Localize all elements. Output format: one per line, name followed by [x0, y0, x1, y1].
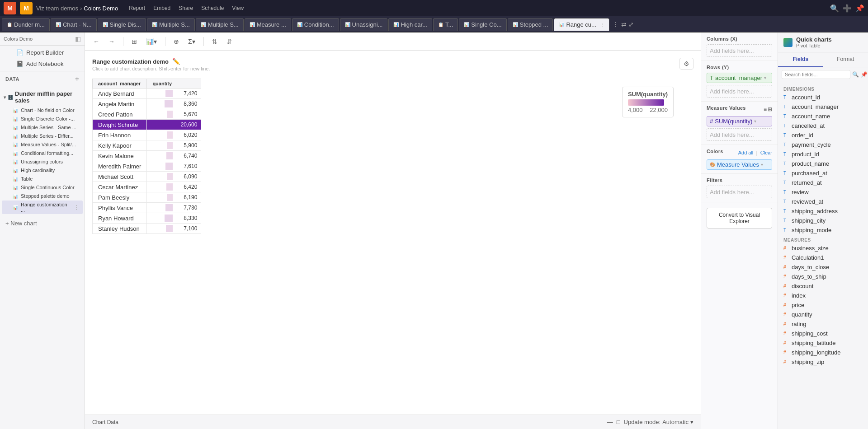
sidebar-item-7[interactable]: 📊High cardinality — [2, 166, 83, 174]
rows-field-chip[interactable]: T account_manager ▾ — [707, 73, 772, 83]
minimize-icon[interactable]: — — [607, 419, 613, 425]
tab-unassigni[interactable]: 📊Unassigni... — [340, 18, 388, 31]
main-logo[interactable]: M — [4, 2, 16, 14]
rows-drop-zone[interactable]: Add fields here... — [707, 85, 772, 98]
table-row[interactable]: Andy Bernard 7,420 — [93, 89, 201, 99]
dimension-product_id[interactable]: Tproduct_id — [778, 149, 868, 159]
plus-icon[interactable]: ➕ — [843, 4, 852, 13]
table-row[interactable]: Angela Martin 8,360 — [93, 99, 201, 109]
sidebar-item-8[interactable]: 📊Table — [2, 175, 83, 183]
table-row[interactable]: Oscar Martinez 6,420 — [93, 182, 201, 192]
tab-t[interactable]: 📋T... — [433, 18, 458, 31]
sidebar-item-9[interactable]: 📊Single Continuous Color — [2, 183, 83, 191]
table-row[interactable]: Ryan Howard 8,330 — [93, 213, 201, 224]
more-tabs-icon[interactable]: ⋮ — [612, 21, 618, 28]
measure-days_to_ship[interactable]: #days_to_ship — [778, 272, 868, 281]
back-button[interactable]: ← — [90, 37, 102, 46]
tab-measure[interactable]: 📊Measure ... — [245, 18, 291, 31]
tab-single-co[interactable]: 📊Single Co... — [459, 18, 506, 31]
table-row[interactable]: Michael Scott 6,090 — [93, 172, 201, 182]
measure-shipping_zip[interactable]: #shipping_zip — [778, 357, 868, 367]
measure-Calculation1[interactable]: #Calculation1 — [778, 253, 868, 262]
table-row[interactable]: Meredith Palmer 7,610 — [93, 161, 201, 172]
measure-values-drop-zone[interactable]: Add fields here... — [707, 128, 772, 141]
dimension-shipping_mode[interactable]: Tshipping_mode — [778, 225, 868, 235]
pin-icon[interactable]: 📌 — [855, 4, 864, 13]
tab-high-car[interactable]: 📊High car... — [388, 18, 432, 31]
sidebar-add-icon[interactable]: + — [75, 75, 79, 83]
sidebar-item-10[interactable]: 📊Stepped palette demo — [2, 192, 83, 200]
measure-values-grid-view[interactable]: ⊞ — [768, 106, 772, 112]
sort-asc-button[interactable]: ⇅ — [209, 37, 220, 46]
table-row[interactable]: Erin Hannon 6,020 — [93, 130, 201, 140]
expand-icon[interactable]: □ — [617, 419, 620, 425]
dimension-purchased_at[interactable]: Tpurchased_at — [778, 168, 868, 178]
dimension-product_name[interactable]: Tproduct_name — [778, 159, 868, 168]
chart-description[interactable]: Click to add chart description. Shift-en… — [92, 66, 693, 71]
measure-shipping_longitude[interactable]: #shipping_longitude — [778, 348, 868, 357]
dimension-returned_at[interactable]: Treturned_at — [778, 178, 868, 187]
fields-pin-icon[interactable]: 📌 — [861, 71, 868, 78]
update-mode-value[interactable]: Automatic — [662, 419, 689, 425]
nav-embed[interactable]: Embed — [150, 4, 174, 12]
app-logo[interactable]: M — [20, 2, 33, 14]
chart-settings-button[interactable]: ⚙ — [679, 58, 693, 70]
dimension-cancelled_at[interactable]: Tcancelled_at — [778, 121, 868, 131]
sidebar-group-header[interactable]: ▾ 🗄️ Dunder mifflin paper sales — [0, 89, 85, 106]
table-row[interactable]: Kelly Kapoor 5,900 — [93, 140, 201, 151]
dimension-order_id[interactable]: Torder_id — [778, 131, 868, 140]
sum-button[interactable]: Σ▾ — [185, 37, 198, 46]
nav-view[interactable]: View — [228, 4, 247, 12]
breadcrumb-item-1[interactable]: Viz team demos — [36, 5, 78, 12]
tab-format[interactable]: Format — [823, 52, 868, 67]
chart-title-edit-icon[interactable]: ✏️ — [172, 58, 180, 65]
sidebar-item-0[interactable]: 📊Chart - No field on Color — [2, 106, 83, 114]
dimension-account_id[interactable]: Taccount_id — [778, 93, 868, 102]
sidebar-item-more-11[interactable]: ⋮ — [74, 204, 79, 210]
sidebar-item-3[interactable]: 📊Multiple Series - Differ... — [2, 132, 83, 140]
tab-chart-n[interactable]: 📊Chart - N... — [51, 18, 97, 31]
measure-values-list-view[interactable]: ≡ — [764, 106, 767, 112]
table-row[interactable]: Stanley Hudson 7,100 — [93, 224, 201, 234]
sidebar-item-4[interactable]: 📊Measure Values - Split/... — [2, 140, 83, 149]
tab-condition[interactable]: 📊Condition... — [292, 18, 339, 31]
nav-schedule[interactable]: Schedule — [198, 4, 227, 12]
dimension-account_manager[interactable]: Taccount_manager — [778, 102, 868, 112]
rows-field-arrow[interactable]: ▾ — [764, 75, 766, 80]
table-row[interactable]: Dwight Schrute 20,600 — [93, 120, 201, 130]
chart-type-button[interactable]: 📊▾ — [143, 37, 160, 46]
sidebar-item-add-notebook[interactable]: 📓Add Notebook — [5, 59, 79, 69]
measure-index[interactable]: #index — [778, 291, 868, 300]
chart-title-text[interactable]: Range customization demo — [92, 58, 169, 65]
sidebar-collapse-icon[interactable]: ◧ — [75, 35, 81, 42]
colors-field-arrow[interactable]: ▾ — [761, 162, 763, 167]
tab-single-dis[interactable]: 📊Single Dis... — [98, 18, 146, 31]
nav-report[interactable]: Report — [125, 4, 149, 12]
dimension-account_name[interactable]: Taccount_name — [778, 112, 868, 121]
breadcrumb-item-2[interactable]: Colors Demo — [84, 5, 118, 12]
sidebar-item-1[interactable]: 📊Single Discrete Color -... — [2, 115, 83, 123]
colors-field-chip[interactable]: 🎨 Measure Values ▾ — [707, 159, 772, 170]
add-row-button[interactable]: ⊕ — [171, 37, 182, 46]
measure-shipping_latitude[interactable]: #shipping_latitude — [778, 338, 868, 348]
tab-range-cu[interactable]: 📊Range cu...⋮ — [554, 18, 609, 31]
tab-undo-icon[interactable]: ⇄ — [621, 21, 627, 28]
search-icon[interactable]: 🔍 — [830, 4, 839, 13]
tab-dunder[interactable]: 📋Dunder m... — [2, 18, 50, 31]
fields-search-input[interactable] — [782, 70, 850, 79]
measure-quantity[interactable]: #quantity — [778, 310, 868, 319]
filters-drop-zone[interactable]: Add fields here... — [707, 186, 772, 198]
measure-rating[interactable]: #rating — [778, 319, 868, 329]
update-mode-chevron[interactable]: ▾ — [690, 419, 693, 425]
sidebar-item-6[interactable]: 📊Unassigning colors — [2, 158, 83, 166]
table-row[interactable]: Creed Patton 5,670 — [93, 109, 201, 120]
dimension-review[interactable]: Treview — [778, 187, 868, 197]
sidebar-item-11[interactable]: 📊Range customization ...⋮ — [2, 201, 83, 214]
forward-button[interactable]: → — [106, 37, 118, 46]
dimension-shipping_city[interactable]: Tshipping_city — [778, 216, 868, 225]
measure-business_size[interactable]: #business_size — [778, 243, 868, 253]
convert-button[interactable]: Convert to Visual Explorer — [707, 208, 772, 228]
sidebar-item-5[interactable]: 📊Conditional formatting... — [2, 149, 83, 157]
sidebar-item-2[interactable]: 📊Multiple Series - Same ... — [2, 123, 83, 131]
tab-fields[interactable]: Fields — [778, 52, 823, 67]
